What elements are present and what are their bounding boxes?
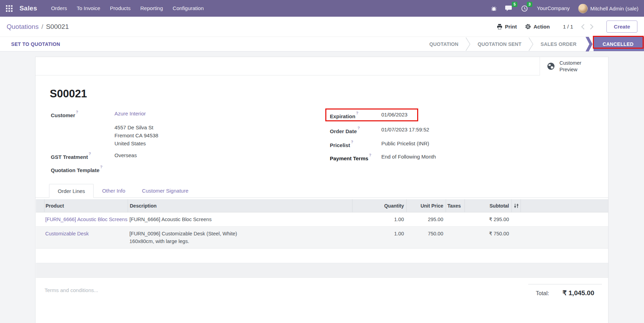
active-step-arrow-icon — [586, 37, 593, 51]
gst-treatment-label: GST Treatment? — [51, 152, 114, 161]
messages-badge: 5 — [512, 2, 517, 7]
optional-columns-button[interactable] — [511, 199, 520, 212]
app-name[interactable]: Sales — [19, 5, 37, 12]
pager-previous-button[interactable] — [579, 22, 587, 31]
row-description: [FURN_0096] Customizable Desk (Steel, Wh… — [128, 227, 352, 248]
messages-button[interactable]: 5 — [501, 0, 517, 17]
table-header-row: Product Description Quantity Unit Price … — [36, 199, 608, 212]
control-panel: Quotations / S00021 Print — [0, 17, 644, 37]
help-marker: ? — [358, 126, 360, 130]
row-icon-spacer — [511, 212, 520, 226]
field-pricelist: Pricelist? Public Pricelist (INR) — [330, 140, 429, 149]
nav-item-reporting[interactable]: Reporting — [135, 0, 168, 17]
tab-customer-signature[interactable]: Customer Signature — [134, 184, 197, 197]
customer-preview-button[interactable]: Customer Preview — [540, 57, 608, 75]
customer-label: Customer? — [51, 110, 114, 119]
expiration-value[interactable]: 01/06/2023 — [381, 111, 407, 120]
row-quantity: 1.00 — [352, 212, 406, 226]
table-row[interactable]: [FURN_6666] Acoustic Bloc Screens [FURN_… — [36, 212, 608, 227]
field-order-date: Order Date? 01/07/2023 17:59:52 — [330, 126, 429, 135]
record-title: S00021 — [50, 88, 87, 100]
row-handle[interactable] — [36, 212, 44, 226]
nav-item-configuration[interactable]: Configuration — [168, 0, 208, 17]
order-date-label: Order Date? — [330, 126, 381, 135]
tab-other-info[interactable]: Other Info — [94, 184, 134, 197]
pager-next-button[interactable] — [588, 22, 595, 31]
column-unit-price[interactable]: Unit Price — [406, 199, 446, 212]
statusbar-steps: QUOTATION QUOTATION SENT SALES ORDER CAN… — [422, 37, 644, 51]
help-marker: ? — [356, 111, 358, 115]
row-description: [FURN_6666] Acoustic Bloc Screens — [128, 212, 352, 226]
company-switcher[interactable]: YourCompany — [532, 0, 575, 17]
help-marker: ? — [89, 152, 91, 156]
globe-icon — [547, 62, 555, 70]
terms-and-conditions-input[interactable]: Terms and conditions... — [45, 287, 98, 293]
pager: 1 / 1 — [563, 22, 595, 31]
breadcrumb-current: S00021 — [46, 23, 69, 31]
total-label: Total: — [536, 290, 549, 297]
customer-address-street: 4557 De Silva St — [114, 124, 153, 131]
row-icon-spacer — [511, 227, 520, 248]
column-quantity[interactable]: Quantity — [352, 199, 406, 212]
field-gst-treatment: GST Treatment? Overseas — [51, 152, 137, 161]
customer-value-link[interactable]: Azure Interior — [114, 110, 146, 119]
column-subtotal[interactable]: Subtotal — [464, 199, 511, 212]
breadcrumb-quotations[interactable]: Quotations — [7, 23, 39, 31]
column-taxes[interactable]: Taxes — [446, 199, 464, 212]
avatar — [578, 4, 588, 13]
empty-table-row — [36, 263, 608, 278]
control-panel-actions: Print Action 1 / 1 — [493, 21, 644, 33]
help-marker: ? — [76, 110, 78, 114]
pricelist-label: Pricelist? — [330, 140, 381, 149]
help-marker: ? — [369, 153, 372, 157]
print-button[interactable]: Print — [493, 24, 521, 30]
nav-item-orders[interactable]: Orders — [46, 0, 72, 17]
activities-badge: 3 — [527, 2, 532, 7]
breadcrumb: Quotations / S00021 — [0, 23, 69, 31]
apps-menu-button[interactable] — [0, 0, 15, 17]
order-lines-table: Product Description Quantity Unit Price … — [36, 199, 608, 278]
gst-treatment-value[interactable]: Overseas — [114, 152, 137, 161]
step-cancelled[interactable]: CANCELLED — [586, 37, 644, 51]
action-label: Action — [533, 24, 550, 30]
quotation-template-label: Quotation Template? — [51, 165, 114, 174]
column-product[interactable]: Product — [44, 199, 128, 212]
odoo-sales-quotation-page: Sales Orders To Invoice Products Reporti… — [0, 0, 644, 323]
row-subtotal: ₹ 295.00 — [464, 212, 511, 226]
set-to-quotation-button[interactable]: SET TO QUOTATION — [11, 41, 60, 47]
total-section: Total: ₹ 1,045.00 — [528, 284, 602, 297]
empty-table-row — [36, 249, 608, 263]
expiration-label: Expiration? — [330, 111, 381, 120]
activities-button[interactable]: 3 — [517, 0, 532, 17]
form-sheet: Customer Preview S00021 Customer? Azure … — [35, 57, 609, 323]
notebook-tabs: Order Lines Other Info Customer Signatur… — [35, 184, 608, 198]
column-description[interactable]: Description — [128, 199, 352, 212]
row-product-link[interactable]: [FURN_6666] Acoustic Bloc Screens — [44, 212, 128, 226]
payment-terms-value[interactable]: End of Following Month — [381, 153, 436, 162]
pricelist-value[interactable]: Public Pricelist (INR) — [381, 140, 429, 149]
create-button[interactable]: Create — [606, 21, 637, 33]
nav-item-products[interactable]: Products — [105, 0, 135, 17]
debug-bug-button[interactable] — [487, 0, 501, 17]
user-name: Mitchell Admin (sale) — [590, 6, 638, 11]
printer-icon — [497, 24, 502, 30]
row-product-link[interactable]: Customizable Desk — [44, 227, 128, 248]
step-quotation-sent[interactable]: QUOTATION SENT — [471, 41, 528, 47]
order-date-value[interactable]: 01/07/2023 17:59:52 — [381, 126, 429, 135]
tab-order-lines[interactable]: Order Lines — [49, 184, 94, 198]
field-payment-terms: Payment Terms? End of Following Month — [330, 153, 436, 162]
table-row[interactable]: Customizable Desk [FURN_0096] Customizab… — [36, 227, 608, 249]
row-handle[interactable] — [36, 227, 44, 248]
step-quotation[interactable]: QUOTATION — [422, 41, 466, 47]
user-menu[interactable]: Mitchell Admin (sale) — [575, 0, 644, 17]
customer-address-city: Fremont CA 94538 — [114, 132, 158, 139]
row-subtotal: ₹ 750.00 — [464, 227, 511, 248]
handle-column — [36, 199, 44, 212]
nav-item-to-invoice[interactable]: To Invoice — [72, 0, 105, 17]
action-button[interactable]: Action — [521, 24, 554, 30]
help-marker: ? — [100, 165, 103, 169]
row-taxes — [446, 227, 464, 248]
button-box: Customer Preview — [35, 57, 608, 75]
header-filler — [520, 199, 608, 212]
step-sales-order[interactable]: SALES ORDER — [534, 41, 583, 47]
